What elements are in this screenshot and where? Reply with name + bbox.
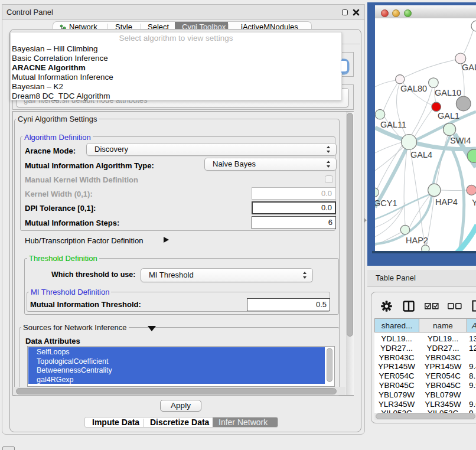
svg-text:GAL4: GAL4 xyxy=(410,150,432,159)
svg-text:SWI4: SWI4 xyxy=(450,136,471,145)
svg-text:GAL11: GAL11 xyxy=(380,120,406,129)
svg-text:HAP4: HAP4 xyxy=(435,197,458,207)
svg-text:YJ: YJ xyxy=(472,198,476,207)
svg-text:GAL1: GAL1 xyxy=(438,111,459,120)
svg-text:GCY1: GCY1 xyxy=(375,198,397,208)
svg-text:HAP2: HAP2 xyxy=(406,236,428,245)
svg-text:GAL7: GAL7 xyxy=(462,63,476,72)
svg-text:GAL10: GAL10 xyxy=(435,88,461,97)
svg-text:GAL80: GAL80 xyxy=(400,84,427,93)
